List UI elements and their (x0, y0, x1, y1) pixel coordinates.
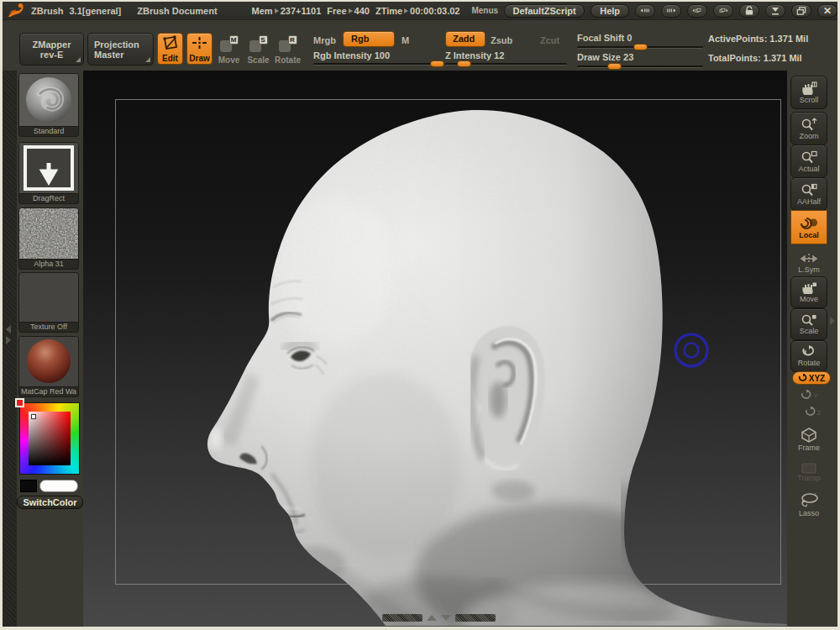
triangle-sep-icon (275, 8, 279, 13)
tray-collapse-handle[interactable] (6, 325, 11, 344)
move-hand-icon (801, 281, 817, 295)
focal-shift-handle[interactable] (633, 44, 648, 50)
mrgb-toggle[interactable]: Mrgb (313, 35, 336, 45)
flyout-triangle-icon (76, 57, 81, 62)
rgb-intensity-label: Rgb Intensity 100 (313, 50, 390, 60)
tool-scroll[interactable]: Scroll (790, 76, 827, 109)
texture-selector[interactable] (18, 272, 79, 323)
material-selector[interactable] (18, 336, 79, 387)
tool-scale[interactable]: Scale (790, 308, 827, 340)
document-canvas[interactable] (83, 71, 787, 627)
scale-mode-button[interactable]: S Scale (245, 34, 271, 66)
scrollbar-track-right[interactable] (455, 614, 496, 622)
app-name: ZBrush (31, 6, 64, 16)
rotate-gyro-icon: R (279, 35, 297, 52)
zmapper-button[interactable]: ZMapperrev-E (19, 33, 84, 66)
window-cycle-right-icon (718, 6, 728, 15)
lock-button[interactable] (739, 4, 759, 18)
tool-rotate[interactable]: Rotate (790, 340, 827, 372)
alpha-label: Alpha 31 (18, 260, 79, 270)
active-points-stat: ActivePoints: 1.371 Mil (708, 34, 808, 44)
draw-size-handle[interactable] (607, 63, 622, 70)
help-button[interactable]: Help (591, 4, 629, 18)
actual-size-magnifier-icon (801, 150, 817, 165)
tool-zoom[interactable]: Zoom (790, 112, 827, 145)
alpha-noise-icon (19, 208, 78, 259)
prev-document-button[interactable] (687, 4, 707, 18)
focal-shift-label: Focal Shift 0 (577, 33, 632, 43)
minimize-icon (770, 6, 780, 15)
top-shelf-toolbar: ZMapperrev-E ProjectionMaster Edit (3, 19, 837, 71)
arrows-left-bars-icon (640, 7, 650, 14)
stroke-selector[interactable] (18, 142, 79, 194)
scale-magnifier-icon (801, 313, 817, 327)
brush-selector[interactable] (18, 73, 79, 127)
zsub-toggle[interactable]: Zsub (491, 35, 512, 45)
tool-rotate-z[interactable]: Z (790, 405, 827, 420)
alpha-selector[interactable] (18, 207, 79, 260)
document-title: ZBrush Document (137, 6, 217, 16)
minimize-button[interactable] (765, 4, 785, 18)
tool-aahalf[interactable]: AAHalf (790, 177, 827, 211)
rgb-intensity-handle[interactable] (430, 60, 444, 67)
window-cycle-left-icon (692, 6, 702, 15)
rgb-intensity-slider[interactable] (313, 63, 445, 66)
tool-frame[interactable]: Frame (790, 423, 827, 455)
tool-xyz[interactable]: XYZ (792, 371, 831, 385)
right-shelf: Scroll Zoom Actual (787, 71, 837, 627)
brush-label: Standard (18, 127, 79, 137)
local-pivot-icon (800, 216, 818, 231)
edit-mode-button[interactable]: Edit (157, 33, 183, 65)
total-points-stat: TotalPoints: 1.371 Mil (708, 53, 802, 63)
current-color-swatch (15, 398, 24, 407)
right-tray-collapse-handle[interactable] (830, 317, 835, 325)
switch-color-button[interactable]: SwitchColor (17, 496, 83, 509)
z-intensity-handle[interactable] (457, 60, 471, 67)
default-zscript-button[interactable]: DefaultZScript (504, 4, 585, 18)
standard-brush-icon (19, 74, 78, 126)
rotate-mode-button[interactable]: R Rotate (275, 34, 301, 66)
tool-lasso[interactable]: Lasso (790, 489, 827, 521)
triangle-sep-icon (404, 8, 408, 13)
tool-move[interactable]: Move (790, 276, 827, 308)
matcap-red-sphere-icon (19, 337, 78, 386)
focal-shift-slider[interactable] (577, 46, 703, 49)
tool-lsym[interactable]: L.Sym (790, 249, 827, 277)
scrollbar-track-left[interactable] (382, 614, 423, 622)
restore-button[interactable] (791, 4, 811, 18)
draw-size-slider[interactable] (577, 66, 703, 68)
arrows-right-bars-icon (666, 7, 676, 14)
tool-actual[interactable]: Actual (790, 144, 827, 178)
zadd-toggle[interactable]: Zadd (445, 31, 486, 47)
close-button[interactable]: ✕ (817, 4, 837, 18)
zcut-toggle[interactable]: Zcut (540, 35, 559, 45)
menus-label: Menus (471, 6, 498, 15)
next-document-button[interactable] (713, 4, 733, 18)
color-picker[interactable] (19, 402, 80, 475)
left-tray-divider[interactable] (3, 71, 17, 627)
hide-left-trays-button[interactable] (635, 4, 655, 18)
move-mode-button[interactable]: M Move (216, 34, 242, 66)
projection-master-button[interactable]: ProjectionMaster (87, 33, 154, 66)
restore-icon (796, 6, 806, 16)
draw-mode-button[interactable]: Draw (186, 33, 213, 65)
canvas-horizontal-scrollbar[interactable] (382, 614, 496, 622)
sculpt-head-render[interactable] (83, 71, 787, 627)
texture-label: Texture Off (18, 323, 79, 333)
free-stat: Free440 (327, 6, 370, 16)
scroll-up-arrow-icon[interactable] (427, 615, 437, 621)
z-intensity-slider[interactable] (445, 63, 567, 66)
saturation-value-box[interactable] (29, 412, 71, 465)
move-gyro-icon: M (220, 35, 239, 52)
scale-gyro-icon: S (249, 35, 268, 52)
tool-local[interactable]: Local (790, 210, 827, 244)
main-color-swatch[interactable] (39, 480, 78, 492)
tool-transp[interactable]: Transp (790, 459, 827, 486)
color-selector-handle[interactable] (31, 414, 36, 419)
scroll-down-arrow-icon[interactable] (441, 615, 451, 621)
tool-rotate-y[interactable]: Y (790, 388, 827, 403)
hide-right-trays-button[interactable] (661, 4, 681, 18)
rgb-toggle[interactable]: Rgb (343, 31, 395, 47)
secondary-color-swatch[interactable] (20, 480, 37, 492)
m-toggle[interactable]: M (402, 35, 409, 45)
